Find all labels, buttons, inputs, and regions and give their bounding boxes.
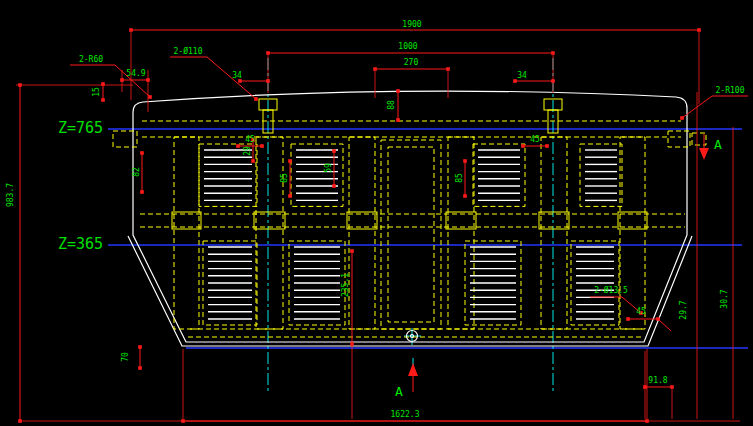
callout-top-right-radius: 2-R100: [716, 86, 745, 95]
dim-bottom-step: 91.8: [648, 376, 667, 385]
dim-bottom-overall: 1622.3: [391, 410, 420, 419]
dim-hole-pitch: 45: [636, 307, 646, 316]
dim-upper-web-88: 88: [387, 100, 396, 110]
dim-right-step-30-7: 30.7: [720, 289, 729, 308]
dim-clamp-offset-right: 34: [517, 71, 527, 80]
dim-right-step-29-7: 29.7: [679, 300, 688, 319]
dim-left-rise: 15: [92, 87, 101, 97]
cad-drawing: 1900 1000 270 2-R60 2-Ø110 2-R100 54.9 1…: [0, 0, 753, 426]
callout-top-left-hole: 2-Ø110: [174, 46, 203, 56]
dim-upper-web-59: 59: [324, 163, 333, 173]
callout-top-left-radius: 2-R60: [79, 55, 103, 64]
dim-upper-web-29: 29: [243, 146, 252, 156]
dim-left-offset: 54.9: [126, 69, 145, 78]
section-label-right: A: [714, 137, 722, 152]
dim-flange-height: 70: [121, 352, 130, 362]
cad-viewport[interactable]: 1900 1000 270 2-R60 2-Ø110 2-R100 54.9 1…: [0, 0, 753, 426]
z-marker-upper: Z=765: [58, 119, 103, 137]
dim-upper-web-85-right: 85: [455, 173, 464, 183]
dim-top-overall: 1900: [402, 20, 421, 29]
callout-right-hole: 2-Ø13.5: [594, 285, 628, 295]
dim-rail-pitch-right: 45: [530, 135, 540, 144]
dim-left-web-82: 82: [132, 167, 141, 177]
section-label-bottom: A: [395, 384, 403, 399]
dim-rail-pitch-left: 45: [245, 135, 255, 144]
dim-clamp-offset-left: 34: [232, 71, 242, 80]
dim-center-opening: 270: [404, 58, 419, 67]
dim-centerline-span: 1000: [398, 42, 417, 51]
dim-overall-height: 983.7: [6, 183, 15, 207]
dim-lower-web-235: 235.1: [341, 273, 350, 297]
z-marker-lower: Z=365: [58, 235, 103, 253]
dim-upper-web-85-left: 85: [280, 173, 289, 183]
